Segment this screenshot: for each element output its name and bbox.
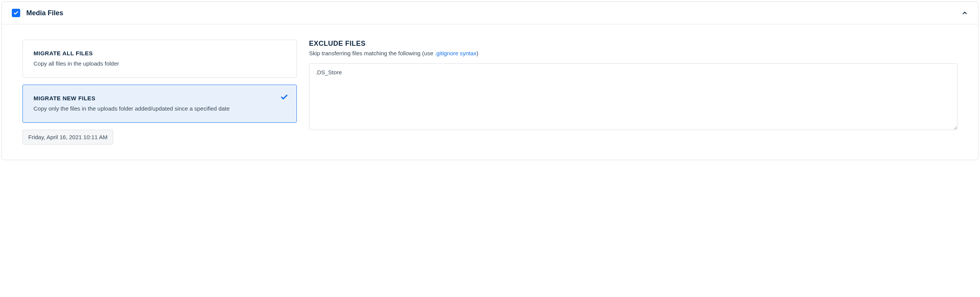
selected-check-icon: [280, 93, 288, 103]
option-desc: Copy all files in the uploads folder: [34, 59, 286, 67]
migrate-all-option[interactable]: MIGRATE ALL FILES Copy all files in the …: [22, 40, 297, 78]
collapse-toggle[interactable]: [961, 10, 968, 16]
date-picker[interactable]: Friday, April 16, 2021 10:11 AM: [22, 130, 113, 144]
panel-header: Media Files: [2, 2, 978, 24]
exclude-textarea[interactable]: .DS_Store: [309, 63, 958, 130]
exclude-desc: Skip transferring files matching the fol…: [309, 50, 958, 56]
option-title: MIGRATE NEW FILES: [34, 95, 286, 101]
check-icon: [13, 10, 19, 16]
migrate-new-option[interactable]: MIGRATE NEW FILES Copy only the files in…: [22, 85, 297, 123]
option-title: MIGRATE ALL FILES: [34, 50, 286, 56]
exclude-title: EXCLUDE FILES: [309, 40, 958, 48]
exclude-column: EXCLUDE FILES Skip transferring files ma…: [309, 40, 958, 144]
panel-body: MIGRATE ALL FILES Copy all files in the …: [2, 24, 978, 160]
exclude-desc-suffix: ): [476, 50, 478, 56]
media-files-panel: Media Files MIGRATE ALL FILES Copy all f…: [2, 2, 978, 160]
option-desc: Copy only the files in the uploads folde…: [34, 104, 286, 112]
migrate-options-column: MIGRATE ALL FILES Copy all files in the …: [22, 40, 297, 144]
gitignore-syntax-link[interactable]: .gitignore syntax: [435, 50, 476, 56]
media-files-checkbox[interactable]: [12, 9, 20, 17]
exclude-desc-prefix: Skip transferring files matching the fol…: [309, 50, 435, 56]
panel-title: Media Files: [26, 9, 63, 17]
chevron-up-icon: [961, 10, 968, 16]
